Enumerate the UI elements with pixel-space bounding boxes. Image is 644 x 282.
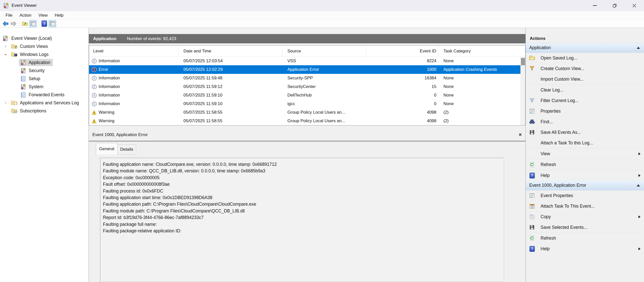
column-header-source[interactable]: Source — [282, 46, 366, 56]
action-properties[interactable]: Properties — [526, 106, 644, 116]
event-row-selected[interactable]: !Error 05/07/2025 12:02:29 Application E… — [89, 65, 525, 74]
forward-arrow-icon — [11, 21, 17, 26]
event-detail-title: Event 1000, Application Error — [92, 132, 148, 137]
submenu-arrow-icon — [638, 215, 640, 218]
actions-section-application[interactable]: Application — [526, 43, 644, 53]
save-icon — [529, 225, 535, 230]
scrollbar-thumb[interactable] — [521, 58, 525, 65]
actions-panel: Actions Application Open Saved Log... Cr… — [525, 28, 644, 282]
properties-icon — [529, 193, 535, 198]
chevron-right-icon[interactable] — [4, 45, 7, 48]
action-copy[interactable]: Copy — [526, 211, 644, 222]
action-help[interactable]: ? Help — [526, 170, 644, 181]
tree-item-subscriptions[interactable]: Subscriptions — [0, 107, 89, 115]
event-row[interactable]: Warning 05/07/2025 11:58:55 Group Policy… — [89, 117, 525, 125]
collapse-icon[interactable] — [637, 47, 640, 49]
close-button[interactable] — [624, 0, 644, 11]
column-header-date-time[interactable]: Date and Time — [178, 46, 282, 56]
setup-log-icon — [20, 76, 26, 81]
tree-item-security[interactable]: Security — [0, 67, 89, 75]
refresh-icon — [529, 235, 535, 241]
application-log-icon — [20, 60, 26, 65]
applications-services-folder-icon — [11, 100, 17, 106]
event-row[interactable]: Warning 05/07/2025 11:58:55 Group Policy… — [89, 108, 525, 117]
menu-file[interactable]: File — [2, 11, 16, 19]
console-tree-icon — [30, 21, 36, 26]
action-refresh[interactable]: Refresh — [526, 159, 644, 170]
chevron-down-icon[interactable] — [4, 53, 7, 56]
event-description[interactable]: Faulting application name: CloudCompare.… — [100, 158, 504, 282]
help-icon: ? — [529, 246, 535, 252]
back-button[interactable] — [2, 20, 9, 27]
collapse-icon[interactable] — [637, 184, 640, 186]
submenu-arrow-icon — [638, 152, 640, 155]
menu-action[interactable]: Action — [16, 11, 35, 19]
column-header-level[interactable]: Level — [89, 46, 178, 56]
action-create-custom-view[interactable]: Create Custom View... — [526, 63, 644, 74]
event-row[interactable]: iInformation 05/07/2025 11:59:10 DellTec… — [89, 91, 525, 100]
tab-general[interactable]: General — [96, 143, 118, 154]
event-list-scrollbar[interactable] — [520, 57, 525, 125]
actions-section-event-1000[interactable]: Event 1000, Application Error — [526, 181, 644, 190]
properties-icon — [529, 108, 535, 114]
tree-item-forwarded-events[interactable]: Forwarded Events — [0, 91, 89, 99]
menu-view[interactable]: View — [35, 11, 51, 19]
event-row[interactable]: iInformation 05/07/2025 11:59:12 Securit… — [89, 82, 525, 91]
event-row[interactable]: iInformation 05/07/2025 11:59:48 Securit… — [89, 74, 525, 82]
tree-item-windows-logs[interactable]: Windows Logs — [0, 50, 89, 58]
action-save-all-events-as[interactable]: Save All Events As... — [526, 127, 644, 138]
action-clear-log[interactable]: Clear Log... — [526, 85, 644, 95]
help-toolbar-button[interactable]: ? — [41, 20, 48, 27]
binoculars-icon — [529, 119, 535, 124]
action-save-selected-events[interactable]: Save Selected Events... — [526, 222, 644, 233]
tree-item-setup[interactable]: Setup — [0, 75, 89, 83]
action-filter-current-log[interactable]: Filter Current Log... — [526, 95, 644, 106]
window-title: Event Viewer — [12, 3, 37, 8]
help-icon: ? — [42, 20, 47, 27]
tree-item-event-viewer-local[interactable]: Event Viewer (Local) — [0, 34, 89, 42]
tree-item-system[interactable]: System — [0, 83, 89, 91]
tree-item-applications-and-services[interactable]: Applications and Services Log — [0, 99, 89, 107]
submenu-arrow-icon — [638, 247, 640, 250]
tree-item-custom-views[interactable]: Custom Views — [0, 42, 89, 50]
action-view[interactable]: View — [526, 148, 644, 159]
minimize-button[interactable] — [585, 0, 605, 11]
chevron-right-icon[interactable] — [4, 101, 7, 104]
tree-item-application[interactable]: Application — [0, 58, 89, 67]
action-event-properties[interactable]: Event Properties — [526, 190, 644, 201]
save-icon — [529, 130, 535, 135]
restore-button[interactable] — [605, 0, 624, 11]
event-row[interactable]: iInformation 05/07/2025 12:03:54 VSS 822… — [89, 57, 525, 65]
custom-views-folder-icon — [11, 44, 17, 49]
error-icon: ! — [92, 67, 97, 72]
event-list: Level Date and Time Source Event ID Task… — [89, 45, 525, 126]
filter-icon — [529, 98, 535, 103]
action-attach-task-to-event[interactable]: Attach Task To This Event... — [526, 201, 644, 211]
main-panel: Application Number of events: 92,423 Lev… — [89, 28, 525, 282]
open-folder-icon — [529, 55, 535, 60]
information-icon: i — [92, 59, 97, 64]
menu-help[interactable]: Help — [51, 11, 67, 19]
action-refresh-event[interactable]: Refresh — [526, 233, 644, 243]
column-header-task-category[interactable]: Task Category — [438, 46, 525, 56]
information-icon: i — [92, 76, 97, 81]
open-saved-log-toolbar-button[interactable] — [21, 20, 29, 27]
warning-icon — [92, 119, 97, 123]
tab-details[interactable]: Details — [118, 144, 136, 154]
toolbar-separator — [39, 21, 39, 26]
information-icon: i — [92, 102, 97, 106]
detail-close-icon[interactable]: ✕ — [519, 132, 522, 137]
refresh-icon — [529, 162, 535, 167]
event-viewer-window: Event Viewer File Action View Help — [0, 0, 644, 282]
console-tree-toggle-button[interactable] — [29, 20, 37, 27]
forward-button[interactable] — [10, 20, 17, 27]
event-row[interactable]: iInformation 05/07/2025 11:59:10 igcc 0 … — [89, 100, 525, 108]
action-help-event[interactable]: ? Help — [526, 243, 644, 254]
action-find[interactable]: Find... — [526, 116, 644, 127]
action-attach-task-to-log[interactable]: Attach a Task To this Log... — [526, 138, 644, 148]
action-open-saved-log[interactable]: Open Saved Log... — [526, 53, 644, 63]
action-import-custom-view[interactable]: Import Custom View... — [526, 74, 644, 84]
action-pane-toggle-button[interactable] — [49, 20, 56, 27]
log-banner: Application Number of events: 92,423 — [89, 34, 525, 43]
column-header-event-id[interactable]: Event ID — [366, 46, 438, 56]
